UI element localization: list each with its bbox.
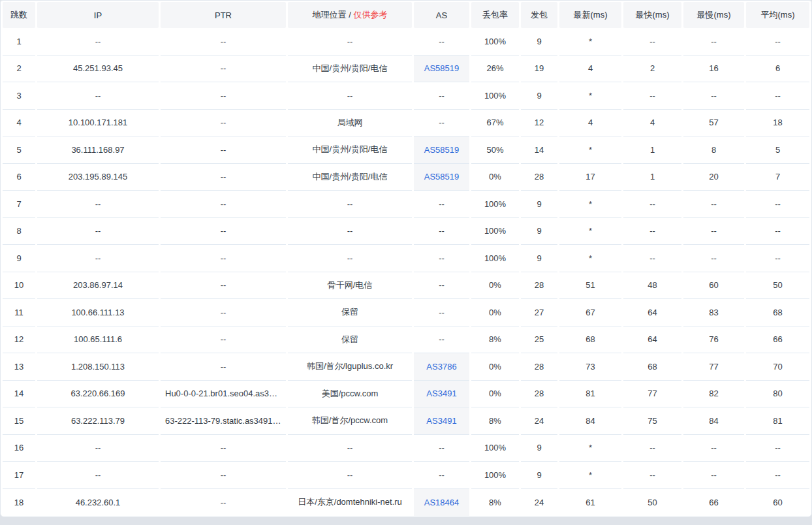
cell-avg: 68 — [746, 299, 809, 326]
cell-hop: 8 — [3, 218, 35, 246]
cell-as: AS3786 — [414, 353, 469, 381]
cell-avg: -- — [746, 82, 809, 110]
cell-loss: 100% — [471, 462, 519, 489]
cell-ptr: -- — [161, 353, 286, 381]
cell-hop: 11 — [3, 299, 35, 326]
cell-as: -- — [414, 245, 469, 272]
cell-geo: 保留 — [288, 326, 412, 354]
cell-loss: 8% — [471, 489, 519, 517]
cell-ip: -- — [37, 191, 159, 218]
cell-avg: 70 — [746, 353, 809, 381]
cell-ip: 45.251.93.45 — [37, 56, 159, 83]
cell-best: 68 — [623, 353, 681, 381]
table-row: 410.100.171.181--局域网--67%12445718 — [3, 110, 809, 137]
cell-hop: 16 — [3, 435, 35, 462]
cell-loss: 8% — [471, 407, 519, 435]
cell-hop: 6 — [3, 164, 35, 191]
cell-best: -- — [623, 218, 681, 246]
cell-worst: 82 — [683, 381, 744, 408]
cell-ptr: -- — [161, 164, 286, 191]
cell-loss: 100% — [471, 191, 519, 218]
col-header-loss: 丢包率 — [471, 2, 519, 28]
cell-best: 48 — [623, 272, 681, 300]
col-header-worst: 最慢(ms) — [683, 2, 744, 28]
as-number-link[interactable]: AS3491 — [426, 416, 456, 426]
cell-last: 17 — [559, 164, 621, 191]
cell-loss: 0% — [471, 299, 519, 326]
cell-loss: 100% — [471, 82, 519, 110]
cell-hop: 12 — [3, 326, 35, 354]
cell-hop: 9 — [3, 245, 35, 272]
col-header-as: AS — [414, 2, 469, 28]
cell-as: AS3491 — [414, 407, 469, 435]
cell-ptr: -- — [161, 272, 286, 300]
cell-ip: 63.222.113.79 — [37, 407, 159, 435]
hops-table: 跳数 IP PTR 地理位置 / 仅供参考 AS 丢包率 发包 最新(ms) 最… — [1, 2, 811, 516]
as-number-link[interactable]: AS58519 — [424, 172, 460, 182]
cell-last: 4 — [559, 56, 621, 83]
cell-as: AS18464 — [414, 489, 469, 517]
cell-ptr: -- — [161, 28, 286, 56]
cell-as: -- — [414, 299, 469, 326]
cell-ip: 203.195.89.145 — [37, 164, 159, 191]
cell-ptr: -- — [161, 245, 286, 272]
cell-worst: -- — [683, 245, 744, 272]
cell-avg: 6 — [746, 56, 809, 83]
cell-sent: 9 — [521, 245, 557, 272]
cell-sent: 9 — [521, 28, 557, 56]
cell-best: 75 — [623, 407, 681, 435]
cell-avg: -- — [746, 435, 809, 462]
table-row: 9--------100%9*------ — [3, 245, 809, 272]
cell-as: -- — [414, 326, 469, 354]
reference-only-note: 仅供参考 — [353, 10, 387, 20]
cell-last: * — [559, 136, 621, 164]
cell-ptr: Hu0-0-0-21.br01.seo04.as34… — [161, 381, 286, 408]
cell-ptr: -- — [161, 218, 286, 246]
cell-best: 64 — [623, 326, 681, 354]
cell-hop: 4 — [3, 110, 35, 137]
cell-last: * — [559, 82, 621, 110]
cell-hop: 13 — [3, 353, 35, 381]
cell-best: -- — [623, 245, 681, 272]
cell-ptr: -- — [161, 435, 286, 462]
cell-as: -- — [414, 435, 469, 462]
cell-sent: 24 — [521, 407, 557, 435]
col-header-ptr: PTR — [161, 2, 286, 28]
table-row: 7--------100%9*------ — [3, 191, 809, 218]
cell-best: -- — [623, 28, 681, 56]
cell-ptr: -- — [161, 191, 286, 218]
col-header-best: 最快(ms) — [623, 2, 681, 28]
cell-sent: 25 — [521, 326, 557, 354]
cell-worst: 20 — [683, 164, 744, 191]
cell-ip: 10.100.171.181 — [37, 110, 159, 137]
as-number-link[interactable]: AS58519 — [424, 63, 460, 73]
cell-worst: 76 — [683, 326, 744, 354]
cell-sent: 19 — [521, 56, 557, 83]
table-row: 1--------100%9*------ — [3, 28, 809, 56]
cell-best: 77 — [623, 381, 681, 408]
cell-ip: 100.66.111.13 — [37, 299, 159, 326]
cell-best: -- — [623, 462, 681, 489]
cell-loss: 100% — [471, 435, 519, 462]
col-header-avg: 平均(ms) — [746, 2, 809, 28]
as-number-link[interactable]: AS18464 — [424, 498, 460, 507]
cell-avg: 66 — [746, 326, 809, 354]
cell-as: -- — [414, 82, 469, 110]
as-number-link[interactable]: AS58519 — [424, 145, 460, 155]
cell-worst: -- — [683, 218, 744, 246]
cell-avg: 18 — [746, 110, 809, 137]
cell-last: * — [559, 462, 621, 489]
cell-avg: 60 — [746, 489, 809, 517]
table-row: 245.251.93.45--中国/贵州/贵阳/电信AS5851926%1942… — [3, 56, 809, 83]
cell-sent: 28 — [521, 353, 557, 381]
cell-ptr: -- — [161, 82, 286, 110]
cell-geo: 中国/贵州/贵阳/电信 — [288, 56, 412, 83]
table-row: 1563.222.113.7963-222-113-79.static.as34… — [3, 407, 809, 435]
cell-ip: -- — [37, 218, 159, 246]
cell-best: 4 — [623, 110, 681, 137]
as-number-link[interactable]: AS3786 — [426, 362, 456, 372]
table-row: 3--------100%9*------ — [3, 82, 809, 110]
as-number-link[interactable]: AS3491 — [426, 389, 456, 398]
cell-avg: 81 — [746, 407, 809, 435]
cell-geo: 保留 — [288, 299, 412, 326]
